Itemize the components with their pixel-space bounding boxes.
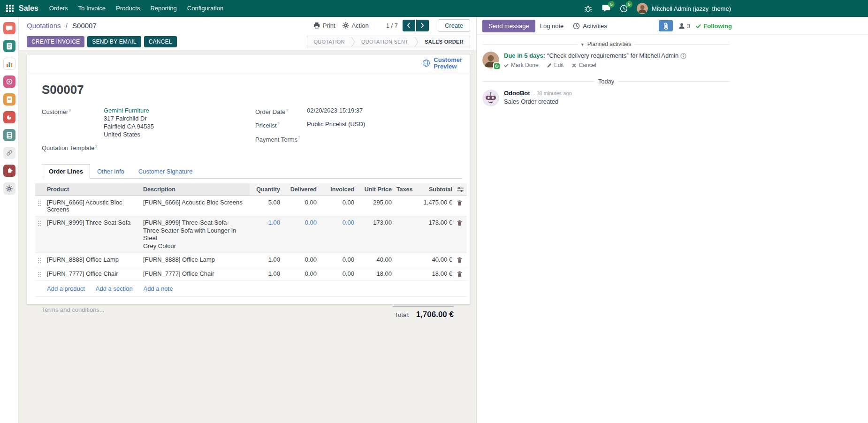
customer-preview-button[interactable]: Customer Preview (422, 57, 462, 70)
print-button[interactable]: Print (313, 22, 335, 29)
pager-next-button[interactable] (416, 20, 429, 31)
apps-menu-button[interactable] (3, 0, 17, 17)
info-icon[interactable] (680, 53, 686, 59)
activities-systray-icon[interactable]: 5 (619, 3, 629, 14)
cell-invoiced[interactable]: 0.00 (319, 196, 357, 216)
cell-quantity[interactable]: 1.00 (250, 216, 282, 253)
order-date-value[interactable]: 02/20/2023 15:19:37 (307, 106, 363, 116)
cell-product[interactable]: [FURN_7777] Office Chair (45, 267, 141, 281)
cell-subtotal[interactable]: 40.00 € (411, 253, 455, 267)
cell-unit-price[interactable]: 173.00 (357, 216, 394, 253)
cell-delivered[interactable]: 0.00 (282, 216, 319, 253)
sidebar-app-settings[interactable] (3, 182, 15, 195)
record-title[interactable]: S00007 (42, 83, 462, 97)
drag-handle[interactable] (35, 216, 45, 253)
cancel-order-button[interactable]: CANCEL (144, 36, 177, 47)
header-invoiced[interactable]: Invoiced (319, 183, 357, 196)
header-description[interactable]: Description (141, 183, 250, 196)
tab-customer-signature[interactable]: Customer Signature (131, 164, 200, 179)
cell-taxes[interactable] (394, 196, 411, 216)
cell-taxes[interactable] (394, 267, 411, 281)
cell-description[interactable]: [FURN_8888] Office Lamp (141, 253, 250, 267)
create-button[interactable]: Create (438, 19, 470, 32)
cell-product[interactable]: [FURN_8888] Office Lamp (45, 253, 141, 267)
sidebar-app-discuss[interactable] (3, 22, 15, 34)
cell-delivered[interactable]: 0.00 (282, 253, 319, 267)
sidebar-app-crm[interactable] (3, 76, 15, 88)
sidebar-app-dashboards[interactable] (3, 111, 15, 123)
log-note-button[interactable]: Log note (535, 20, 569, 32)
edit-activity-button[interactable]: Edit (547, 62, 564, 68)
drag-handle[interactable] (35, 253, 45, 267)
followers-button[interactable]: 3 (678, 23, 690, 30)
optional-columns-icon[interactable] (455, 183, 467, 196)
header-product[interactable]: Product (45, 183, 141, 196)
attach-files-button[interactable] (659, 20, 673, 31)
menu-configuration[interactable]: Configuration (182, 0, 228, 17)
cell-unit-price[interactable]: 295.00 (357, 196, 394, 216)
create-invoice-button[interactable]: CREATE INVOICE (27, 36, 84, 47)
menu-products[interactable]: Products (111, 0, 145, 17)
cell-quantity[interactable]: 5.00 (250, 196, 282, 216)
cell-invoiced[interactable]: 0.00 (319, 253, 357, 267)
cell-taxes[interactable] (394, 253, 411, 267)
planned-activities-header[interactable]: ▾ Planned activities (477, 41, 736, 47)
mark-done-button[interactable]: Mark Done (504, 62, 539, 68)
terms-and-conditions-input[interactable]: Terms and conditions... (42, 306, 105, 313)
tab-other-info[interactable]: Other Info (90, 164, 131, 179)
pager-value[interactable]: 1 / 7 (386, 22, 398, 29)
delete-line-button[interactable] (455, 253, 467, 267)
pager-previous-button[interactable] (403, 20, 415, 31)
sidebar-app-accounting[interactable] (3, 129, 15, 141)
debug-bug-icon[interactable] (583, 3, 594, 14)
menu-to-invoice[interactable]: To Invoice (73, 0, 111, 17)
menu-orders[interactable]: Orders (44, 0, 73, 17)
send-message-button[interactable]: Send message (482, 20, 535, 32)
stage-quotation[interactable]: QUOTATION (307, 36, 350, 48)
schedule-activity-button[interactable]: Activities (568, 20, 611, 32)
sidebar-app-link[interactable] (3, 147, 15, 159)
add-a-note-link[interactable]: Add a note (144, 285, 173, 292)
cell-subtotal[interactable]: 18.00 € (411, 267, 455, 281)
cell-quantity[interactable]: 1.00 (250, 253, 282, 267)
header-delivered[interactable]: Delivered (282, 183, 319, 196)
messages-systray-icon[interactable]: 5 (601, 3, 611, 14)
sidebar-app-spreadsheet[interactable] (3, 58, 15, 70)
sidebar-app-invoicing[interactable] (3, 93, 15, 106)
cell-delivered[interactable]: 0.00 (282, 267, 319, 281)
tab-order-lines[interactable]: Order Lines (42, 164, 90, 179)
pricelist-value[interactable]: Public Pricelist (USD) (307, 120, 365, 129)
cell-quantity[interactable]: 1.00 (250, 267, 282, 281)
cell-taxes[interactable] (394, 216, 411, 253)
sidebar-app-subscriptions[interactable] (3, 165, 15, 177)
action-button[interactable]: Action (343, 22, 369, 29)
header-unit-price[interactable]: Unit Price (357, 183, 394, 196)
cell-subtotal[interactable]: 173.00 € (411, 216, 455, 253)
customer-link[interactable]: Gemini Furniture (104, 107, 149, 114)
stage-quotation-sent[interactable]: QUOTATION SENT (355, 36, 414, 48)
header-quantity[interactable]: Quantity (250, 183, 282, 196)
delete-line-button[interactable] (455, 196, 467, 216)
cell-delivered[interactable]: 0.00 (282, 196, 319, 216)
drag-handle[interactable] (35, 196, 45, 216)
cell-invoiced[interactable]: 0.00 (319, 216, 357, 253)
user-menu[interactable]: Mitchell Admin (jazzy_theme) (637, 3, 731, 14)
cell-description[interactable]: [FURN_6666] Acoustic Bloc Screens (141, 196, 250, 216)
cell-invoiced[interactable]: 0.00 (319, 267, 357, 281)
cell-unit-price[interactable]: 18.00 (357, 267, 394, 281)
stage-sales-order[interactable]: SALES ORDER (419, 36, 470, 48)
header-subtotal[interactable]: Subtotal (411, 183, 455, 196)
following-button[interactable]: Following (696, 23, 732, 30)
cell-subtotal[interactable]: 1,475.00 € (411, 196, 455, 216)
cell-description[interactable]: [FURN_8999] Three-Seat SofaThree Seater … (141, 216, 250, 253)
cell-description[interactable]: [FURN_7777] Office Chair (141, 267, 250, 281)
menu-reporting[interactable]: Reporting (145, 0, 182, 17)
cell-unit-price[interactable]: 40.00 (357, 253, 394, 267)
breadcrumb-quotations-link[interactable]: Quotations (27, 22, 61, 30)
cell-product[interactable]: [FURN_6666] Acoustic Bloc Screens (45, 196, 141, 216)
header-taxes[interactable]: Taxes (394, 183, 411, 196)
cancel-activity-button[interactable]: Cancel (572, 62, 596, 68)
send-by-email-button[interactable]: SEND BY EMAIL (87, 36, 141, 47)
delete-line-button[interactable] (455, 267, 467, 281)
drag-handle[interactable] (35, 267, 45, 281)
